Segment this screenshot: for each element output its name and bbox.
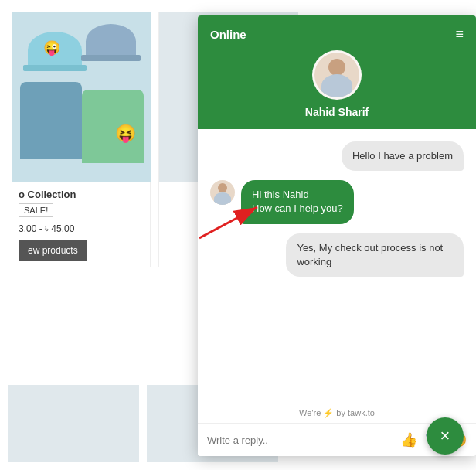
agent-avatar-small — [210, 180, 235, 205]
message-bubble-2: Hi this NahidHow can I help you? — [241, 180, 354, 223]
agent-avatar-container: Nahid Sharif — [210, 50, 464, 118]
small-avatar-head — [218, 183, 227, 192]
hat-blue — [86, 24, 136, 59]
product-image-1: 😜 😝 — [12, 12, 151, 182]
chat-status: Online — [210, 28, 246, 41]
message-1: Hello I have a problem — [342, 141, 464, 171]
message-bubble-3: Yes, My check out process is not working — [286, 233, 464, 277]
hamburger-icon[interactable]: ≡ — [455, 26, 464, 43]
product-info-1: o Collection SALE! 3.00 - ৳ 45.00 ew pro… — [12, 182, 150, 267]
avatar-head — [328, 59, 345, 76]
view-products-button[interactable]: ew products — [19, 240, 87, 261]
brand-text: We're ⚡ by tawk.to — [299, 408, 375, 417]
hat-blue-brim — [81, 55, 141, 61]
message-bubble-1: Hello I have a problem — [342, 141, 464, 171]
emoji-hat: 😜 — [43, 39, 60, 56]
product-card-1: 😜 😝 o Collection SALE! 3.00 - ৳ 45.00 ew… — [12, 12, 151, 267]
product-title-1: o Collection — [19, 189, 144, 200]
clothing-illustration: 😜 😝 — [20, 20, 144, 175]
chat-widget: Online ≡ Nahid Sharif Hello I have a pro… — [198, 15, 476, 456]
message-3: Yes, My check out process is not working — [286, 233, 464, 277]
avatar-body — [321, 74, 352, 97]
emoji-shirt: 😝 — [115, 124, 136, 144]
agent-name: Nahid Sharif — [305, 106, 369, 118]
thumb-1 — [8, 385, 139, 462]
agent-avatar — [312, 50, 362, 100]
thumbs-up-icon[interactable]: 👍 — [400, 431, 417, 448]
product-price-1: 3.00 - ৳ 45.00 — [19, 223, 144, 234]
chat-header: Online ≡ Nahid Sharif — [198, 15, 476, 129]
hoodie-blue — [20, 82, 82, 159]
small-avatar-body — [214, 192, 231, 205]
hat-teal-brim — [23, 65, 87, 71]
chat-header-top: Online ≡ — [210, 26, 464, 43]
message-2-container: Hi this NahidHow can I help you? — [210, 180, 400, 223]
sale-badge: SALE! — [19, 203, 53, 217]
chat-reply-input[interactable] — [207, 434, 394, 446]
close-icon: × — [440, 426, 450, 446]
chat-messages: Hello I have a problem Hi this NahidHow … — [198, 129, 476, 404]
chat-close-button[interactable]: × — [427, 417, 464, 455]
